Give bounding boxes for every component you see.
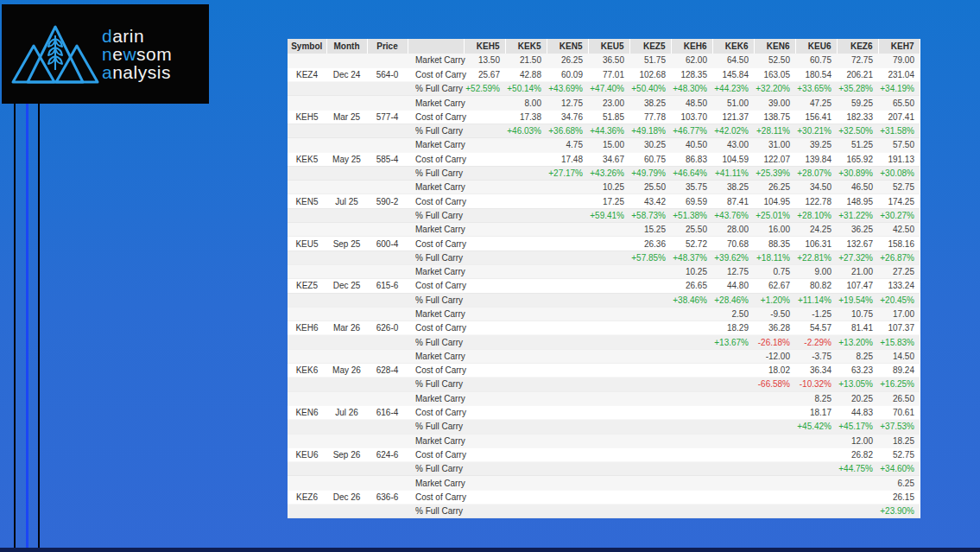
value-cell: 52.75	[878, 181, 920, 194]
value-cell: +45.17%	[837, 420, 878, 434]
value-cell: 59.25	[837, 96, 878, 110]
price-cell: 628-4	[367, 364, 408, 378]
table-row-kez4-pct: % Full Carry+52.59%+50.14%+43.69%+47.40%…	[288, 82, 920, 96]
symbol-cell	[288, 208, 326, 222]
value-cell: 38.25	[712, 181, 754, 194]
value-cell: +48.30%	[671, 82, 712, 96]
price-cell	[367, 434, 408, 447]
row-label: Market Carry	[408, 434, 464, 447]
value-cell: +46.77%	[671, 124, 712, 137]
month-cell: Sep 26	[326, 447, 367, 461]
value-cell	[754, 476, 795, 490]
table-row-kek5-cost: KEK5May 25585-4Cost of Carry17.4834.6760…	[288, 152, 920, 166]
value-cell: +18.11%	[754, 251, 795, 264]
value-cell	[464, 476, 505, 490]
value-cell	[712, 476, 754, 490]
bottom-bar	[0, 548, 980, 552]
value-cell: 182.33	[837, 110, 878, 124]
table-row-ken6-market: Market Carry8.2520.2526.50	[288, 391, 920, 405]
table-row-kek6-market: Market Carry-12.00-3.758.2514.50	[288, 349, 920, 363]
value-cell: 163.05	[754, 67, 795, 81]
table-row-keh5-pct: % Full Carry+46.03%+36.68%+44.36%+49.18%…	[288, 124, 920, 137]
price-cell	[367, 138, 408, 152]
column-header-keh5: KEH5	[464, 39, 505, 54]
value-cell	[629, 307, 671, 320]
value-cell	[464, 335, 505, 349]
table-row-keu5-market: Market Carry15.2525.5028.0016.0024.2536.…	[288, 223, 920, 237]
value-cell: 40.50	[671, 138, 712, 152]
value-cell: +49.18%	[629, 124, 671, 137]
value-cell: +30.21%	[795, 124, 837, 137]
symbol-cell	[288, 476, 326, 490]
value-cell	[671, 391, 712, 405]
row-label: Cost of Carry	[408, 67, 464, 81]
table-row-ken5-pct: % Full Carry+59.41%+58.73%+51.38%+43.76%…	[288, 208, 920, 222]
value-cell	[712, 349, 754, 363]
value-cell	[464, 138, 505, 152]
value-cell: +35.28%	[837, 82, 878, 96]
value-cell: +34.19%	[878, 82, 920, 96]
value-cell: 63.23	[837, 364, 878, 378]
price-cell: 585-4	[367, 152, 408, 166]
value-cell: -9.50	[754, 307, 795, 320]
value-cell	[505, 462, 547, 476]
value-cell	[629, 364, 671, 378]
value-cell	[629, 264, 671, 278]
row-label: Market Carry	[408, 96, 464, 110]
value-cell	[505, 349, 547, 363]
value-cell	[505, 378, 547, 391]
value-cell: 34.67	[588, 152, 629, 166]
value-cell: 0.75	[754, 264, 795, 278]
value-cell: +58.73%	[629, 208, 671, 222]
month-cell	[326, 124, 367, 137]
value-cell: 86.83	[671, 152, 712, 166]
month-cell: May 25	[326, 152, 367, 166]
value-cell: +23.90%	[878, 504, 920, 518]
row-label: % Full Carry	[408, 504, 464, 518]
value-cell: +39.62%	[712, 251, 754, 264]
value-cell	[712, 434, 754, 447]
value-cell	[837, 490, 878, 504]
table-row-kez6-cost: KEZ6Dec 26636-6Cost of Carry26.15	[288, 490, 920, 504]
row-label: % Full Carry	[408, 378, 464, 391]
value-cell: 12.00	[837, 434, 878, 447]
symbol-cell	[288, 96, 326, 110]
value-cell: 26.82	[837, 447, 878, 461]
value-cell	[837, 476, 878, 490]
value-cell	[464, 181, 505, 194]
price-cell	[367, 124, 408, 137]
month-cell	[326, 504, 367, 518]
month-cell	[326, 434, 367, 447]
value-cell	[464, 152, 505, 166]
symbol-cell	[288, 166, 326, 180]
value-cell	[505, 391, 547, 405]
value-cell	[712, 447, 754, 461]
value-cell: 65.50	[878, 96, 920, 110]
value-cell: 103.70	[671, 110, 712, 124]
value-cell: +37.53%	[878, 420, 920, 434]
month-cell: May 26	[326, 364, 367, 378]
row-label: Cost of Carry	[408, 194, 464, 208]
value-cell	[754, 420, 795, 434]
chart-vertical-line-black-2	[38, 104, 40, 549]
value-cell	[505, 420, 547, 434]
logo-card: darinnewsomanalysis	[2, 4, 209, 104]
value-cell: 133.24	[878, 279, 920, 293]
value-cell: 60.75	[795, 54, 837, 67]
price-cell	[367, 420, 408, 434]
value-cell: +43.76%	[712, 208, 754, 222]
value-cell	[588, 490, 629, 504]
value-cell: 16.00	[754, 223, 795, 237]
value-cell: +26.87%	[878, 251, 920, 264]
value-cell	[505, 307, 547, 320]
value-cell: 2.50	[712, 307, 754, 320]
price-cell	[367, 208, 408, 222]
value-cell: 87.41	[712, 194, 754, 208]
value-cell	[795, 462, 837, 476]
month-cell	[326, 138, 367, 152]
value-cell: 42.88	[505, 67, 547, 81]
column-header-ken5: KEN5	[547, 39, 588, 54]
value-cell	[547, 208, 588, 222]
symbol-cell	[288, 307, 326, 320]
symbol-cell	[288, 181, 326, 194]
